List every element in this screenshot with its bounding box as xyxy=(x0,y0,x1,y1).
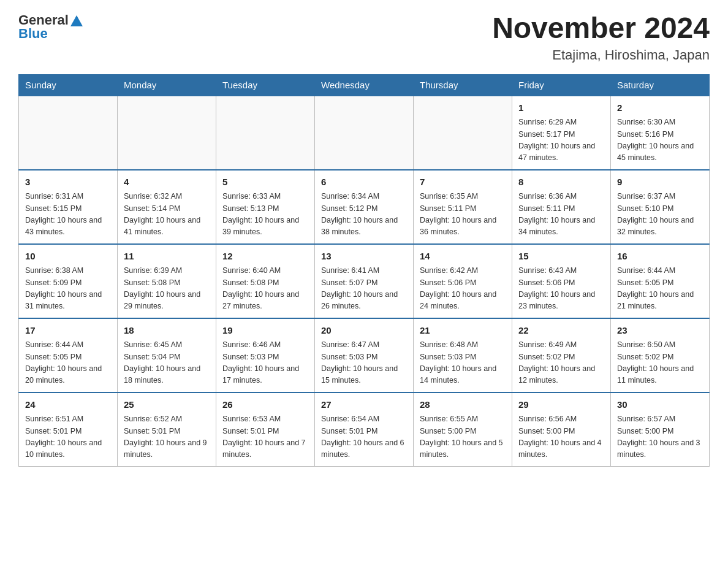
calendar-cell xyxy=(216,96,315,170)
week-row-5: 24Sunrise: 6:51 AMSunset: 5:01 PMDayligh… xyxy=(19,393,710,467)
day-number: 26 xyxy=(222,398,308,412)
day-info: Sunrise: 6:57 AMSunset: 5:00 PMDaylight:… xyxy=(617,413,703,461)
day-info: Sunrise: 6:44 AMSunset: 5:05 PMDaylight:… xyxy=(25,339,111,387)
day-info: Sunrise: 6:48 AMSunset: 5:03 PMDaylight:… xyxy=(420,339,506,387)
calendar-cell: 17Sunrise: 6:44 AMSunset: 5:05 PMDayligh… xyxy=(19,318,118,393)
day-number: 23 xyxy=(617,324,703,338)
day-info: Sunrise: 6:56 AMSunset: 5:00 PMDaylight:… xyxy=(518,413,604,461)
calendar-cell: 6Sunrise: 6:34 AMSunset: 5:12 PMDaylight… xyxy=(315,170,414,244)
day-info: Sunrise: 6:45 AMSunset: 5:04 PMDaylight:… xyxy=(124,339,210,387)
day-info: Sunrise: 6:46 AMSunset: 5:03 PMDaylight:… xyxy=(222,339,308,387)
day-info: Sunrise: 6:50 AMSunset: 5:02 PMDaylight:… xyxy=(617,339,703,387)
calendar-cell: 9Sunrise: 6:37 AMSunset: 5:10 PMDaylight… xyxy=(611,170,710,244)
weekday-header-saturday: Saturday xyxy=(611,74,710,96)
weekday-header-tuesday: Tuesday xyxy=(216,74,315,96)
day-info: Sunrise: 6:52 AMSunset: 5:01 PMDaylight:… xyxy=(124,413,210,461)
calendar-cell: 25Sunrise: 6:52 AMSunset: 5:01 PMDayligh… xyxy=(118,393,216,467)
day-info: Sunrise: 6:32 AMSunset: 5:14 PMDaylight:… xyxy=(124,191,210,239)
calendar-cell: 21Sunrise: 6:48 AMSunset: 5:03 PMDayligh… xyxy=(414,318,512,393)
day-number: 4 xyxy=(124,175,210,190)
calendar-cell: 14Sunrise: 6:42 AMSunset: 5:06 PMDayligh… xyxy=(414,244,512,318)
logo-blue-text: Blue xyxy=(18,26,83,42)
calendar-table: SundayMondayTuesdayWednesdayThursdayFrid… xyxy=(18,74,710,467)
day-info: Sunrise: 6:35 AMSunset: 5:11 PMDaylight:… xyxy=(420,191,506,239)
day-info: Sunrise: 6:42 AMSunset: 5:06 PMDaylight:… xyxy=(420,265,506,313)
day-number: 16 xyxy=(617,250,703,264)
calendar-cell: 19Sunrise: 6:46 AMSunset: 5:03 PMDayligh… xyxy=(216,318,315,393)
day-number: 1 xyxy=(518,101,604,115)
location-title: Etajima, Hiroshima, Japan xyxy=(492,47,710,63)
day-number: 2 xyxy=(617,101,703,115)
day-info: Sunrise: 6:37 AMSunset: 5:10 PMDaylight:… xyxy=(617,191,703,239)
day-info: Sunrise: 6:36 AMSunset: 5:11 PMDaylight:… xyxy=(518,191,604,239)
day-number: 28 xyxy=(420,398,506,412)
calendar-cell xyxy=(19,96,118,170)
day-number: 6 xyxy=(321,175,407,190)
day-info: Sunrise: 6:29 AMSunset: 5:17 PMDaylight:… xyxy=(518,117,604,164)
day-info: Sunrise: 6:43 AMSunset: 5:06 PMDaylight:… xyxy=(518,265,604,313)
calendar-header-row: SundayMondayTuesdayWednesdayThursdayFrid… xyxy=(19,74,710,96)
calendar-cell: 16Sunrise: 6:44 AMSunset: 5:05 PMDayligh… xyxy=(611,244,710,318)
day-info: Sunrise: 6:55 AMSunset: 5:00 PMDaylight:… xyxy=(420,413,506,461)
calendar-cell: 5Sunrise: 6:33 AMSunset: 5:13 PMDaylight… xyxy=(216,170,315,244)
day-number: 20 xyxy=(321,324,407,338)
day-number: 25 xyxy=(124,398,210,412)
calendar-cell: 23Sunrise: 6:50 AMSunset: 5:02 PMDayligh… xyxy=(611,318,710,393)
calendar-cell: 29Sunrise: 6:56 AMSunset: 5:00 PMDayligh… xyxy=(512,393,611,467)
day-number: 14 xyxy=(420,250,506,264)
calendar-cell: 20Sunrise: 6:47 AMSunset: 5:03 PMDayligh… xyxy=(315,318,414,393)
day-info: Sunrise: 6:53 AMSunset: 5:01 PMDaylight:… xyxy=(222,413,308,461)
calendar-cell: 2Sunrise: 6:30 AMSunset: 5:16 PMDaylight… xyxy=(611,96,710,170)
day-info: Sunrise: 6:34 AMSunset: 5:12 PMDaylight:… xyxy=(321,191,407,239)
week-row-1: 1Sunrise: 6:29 AMSunset: 5:17 PMDaylight… xyxy=(19,96,710,170)
day-info: Sunrise: 6:47 AMSunset: 5:03 PMDaylight:… xyxy=(321,339,407,387)
calendar-cell: 27Sunrise: 6:54 AMSunset: 5:01 PMDayligh… xyxy=(315,393,414,467)
day-number: 27 xyxy=(321,398,407,412)
calendar-cell: 4Sunrise: 6:32 AMSunset: 5:14 PMDaylight… xyxy=(118,170,216,244)
day-number: 5 xyxy=(222,175,308,190)
day-info: Sunrise: 6:44 AMSunset: 5:05 PMDaylight:… xyxy=(617,265,703,313)
weekday-header-wednesday: Wednesday xyxy=(315,74,414,96)
week-row-2: 3Sunrise: 6:31 AMSunset: 5:15 PMDaylight… xyxy=(19,170,710,244)
page-header: General Blue November 2024 Etajima, Hiro… xyxy=(18,12,710,63)
calendar-cell xyxy=(315,96,414,170)
calendar-cell: 11Sunrise: 6:39 AMSunset: 5:08 PMDayligh… xyxy=(118,244,216,318)
day-info: Sunrise: 6:39 AMSunset: 5:08 PMDaylight:… xyxy=(124,265,210,313)
day-info: Sunrise: 6:54 AMSunset: 5:01 PMDaylight:… xyxy=(321,413,407,461)
day-info: Sunrise: 6:30 AMSunset: 5:16 PMDaylight:… xyxy=(617,117,703,164)
weekday-header-friday: Friday xyxy=(512,74,611,96)
weekday-header-thursday: Thursday xyxy=(414,74,512,96)
day-number: 13 xyxy=(321,250,407,264)
month-title: November 2024 xyxy=(492,12,710,45)
weekday-header-monday: Monday xyxy=(118,74,216,96)
day-info: Sunrise: 6:51 AMSunset: 5:01 PMDaylight:… xyxy=(25,413,111,461)
calendar-cell: 13Sunrise: 6:41 AMSunset: 5:07 PMDayligh… xyxy=(315,244,414,318)
day-number: 12 xyxy=(222,250,308,264)
day-info: Sunrise: 6:41 AMSunset: 5:07 PMDaylight:… xyxy=(321,265,407,313)
week-row-4: 17Sunrise: 6:44 AMSunset: 5:05 PMDayligh… xyxy=(19,318,710,393)
calendar-cell xyxy=(414,96,512,170)
calendar-cell: 18Sunrise: 6:45 AMSunset: 5:04 PMDayligh… xyxy=(118,318,216,393)
day-info: Sunrise: 6:49 AMSunset: 5:02 PMDaylight:… xyxy=(518,339,604,387)
day-info: Sunrise: 6:38 AMSunset: 5:09 PMDaylight:… xyxy=(25,265,111,313)
day-number: 24 xyxy=(25,398,111,412)
day-number: 22 xyxy=(518,324,604,338)
calendar-cell: 3Sunrise: 6:31 AMSunset: 5:15 PMDaylight… xyxy=(19,170,118,244)
calendar-cell: 24Sunrise: 6:51 AMSunset: 5:01 PMDayligh… xyxy=(19,393,118,467)
day-number: 8 xyxy=(518,175,604,190)
calendar-cell: 12Sunrise: 6:40 AMSunset: 5:08 PMDayligh… xyxy=(216,244,315,318)
day-info: Sunrise: 6:33 AMSunset: 5:13 PMDaylight:… xyxy=(222,191,308,239)
day-number: 3 xyxy=(25,175,111,190)
day-number: 7 xyxy=(420,175,506,190)
logo-triangle-icon xyxy=(70,15,83,26)
title-block: November 2024 Etajima, Hiroshima, Japan xyxy=(492,12,710,63)
week-row-3: 10Sunrise: 6:38 AMSunset: 5:09 PMDayligh… xyxy=(19,244,710,318)
calendar-cell: 10Sunrise: 6:38 AMSunset: 5:09 PMDayligh… xyxy=(19,244,118,318)
day-info: Sunrise: 6:31 AMSunset: 5:15 PMDaylight:… xyxy=(25,191,111,239)
logo: General Blue xyxy=(18,12,83,42)
calendar-cell: 26Sunrise: 6:53 AMSunset: 5:01 PMDayligh… xyxy=(216,393,315,467)
calendar-cell: 15Sunrise: 6:43 AMSunset: 5:06 PMDayligh… xyxy=(512,244,611,318)
day-number: 17 xyxy=(25,324,111,338)
day-number: 29 xyxy=(518,398,604,412)
calendar-cell: 7Sunrise: 6:35 AMSunset: 5:11 PMDaylight… xyxy=(414,170,512,244)
